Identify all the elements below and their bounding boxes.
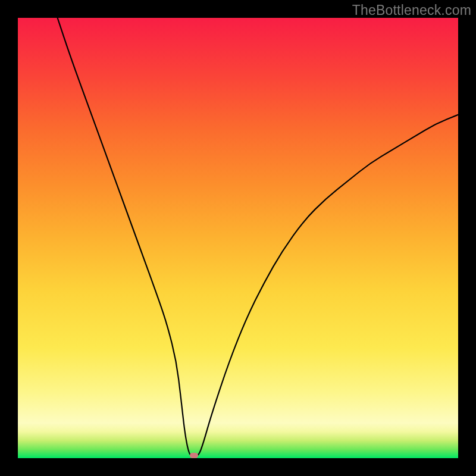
bottleneck-curve (18, 18, 458, 458)
watermark-text: TheBottleneck.com (352, 2, 471, 18)
optimal-point-marker (190, 453, 198, 458)
chart-frame: TheBottleneck.com (0, 0, 476, 476)
plot-area (18, 18, 458, 458)
